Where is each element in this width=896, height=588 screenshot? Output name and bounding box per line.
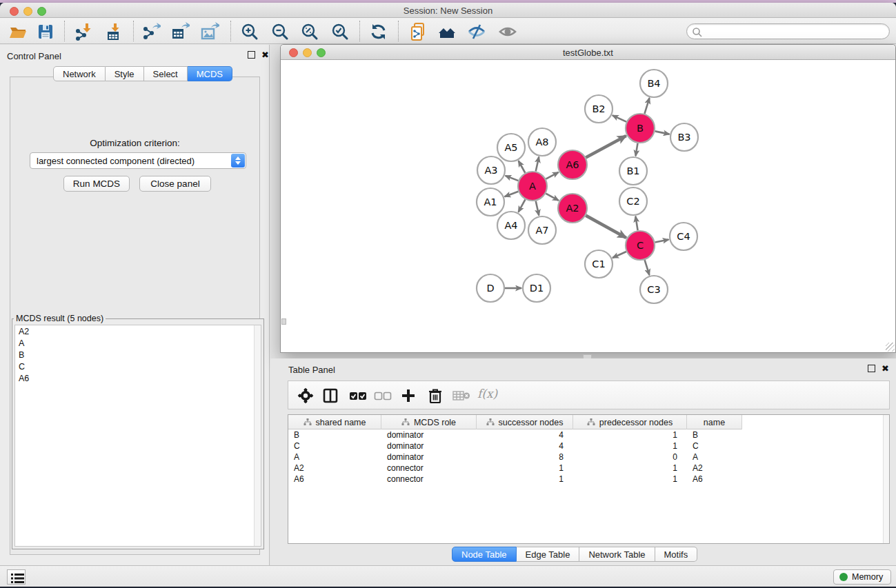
node-D1[interactable]: D1 — [523, 274, 550, 302]
function-builder-icon[interactable]: f(x) — [477, 387, 497, 401]
node-B[interactable]: B — [626, 114, 655, 143]
zoom-fit-icon[interactable] — [300, 22, 319, 41]
node-C3[interactable]: C3 — [640, 276, 668, 303]
edge-B-B1[interactable] — [636, 143, 638, 156]
edge-A2-C[interactable] — [586, 216, 626, 238]
column-header-successor-nodes[interactable]: successor nodes — [477, 415, 573, 429]
edge-B-B4[interactable] — [644, 98, 649, 114]
table-options-icon[interactable] — [297, 387, 314, 407]
task-history-button[interactable] — [7, 569, 26, 585]
node-B4[interactable]: B4 — [640, 70, 668, 97]
edge-C-C4[interactable] — [655, 239, 669, 242]
show-graphics-details-icon[interactable] — [498, 22, 517, 41]
node-A1[interactable]: A1 — [477, 188, 504, 216]
node-A[interactable]: A — [518, 172, 547, 201]
tab-network[interactable]: Network — [53, 66, 106, 81]
edge-A-A7[interactable] — [536, 201, 539, 215]
edge-B-B2[interactable] — [613, 115, 626, 121]
table-row[interactable]: Adominator80A — [288, 452, 889, 463]
table-row[interactable]: Cdominator41C — [288, 440, 889, 452]
table-row[interactable]: A6connector11A6 — [288, 474, 889, 485]
edge-B-B3[interactable] — [655, 131, 670, 134]
open-session-icon[interactable] — [8, 22, 28, 41]
result-item[interactable]: A6 — [15, 372, 261, 384]
float-table-panel-icon[interactable] — [868, 365, 875, 372]
result-item[interactable]: A2 — [15, 325, 261, 337]
tab-select[interactable]: Select — [144, 66, 188, 81]
table-scrollbar[interactable] — [883, 415, 889, 543]
node-C[interactable]: C — [626, 231, 655, 260]
result-item[interactable]: B — [15, 349, 261, 361]
node-A5[interactable]: A5 — [497, 134, 525, 161]
result-item[interactable]: C — [15, 361, 261, 372]
search-input[interactable] — [686, 23, 890, 39]
column-header-name[interactable]: name — [687, 415, 742, 429]
close-panel-button[interactable]: Close panel — [139, 176, 211, 192]
tab-motifs[interactable]: Motifs — [655, 547, 698, 562]
tab-network-table[interactable]: Network Table — [579, 547, 655, 562]
memory-button[interactable]: Memory — [833, 569, 891, 585]
tab-style[interactable]: Style — [106, 66, 144, 81]
table-row[interactable]: A2connector11A2 — [288, 463, 889, 474]
zoom-selected-icon[interactable] — [330, 22, 350, 41]
node-C4[interactable]: C4 — [670, 223, 697, 250]
edge-A-A1[interactable] — [505, 192, 519, 196]
canvas-resize-grip[interactable] — [281, 318, 286, 325]
node-A3[interactable]: A3 — [477, 156, 505, 184]
home-icon[interactable] — [437, 22, 457, 41]
show-columns-icon[interactable] — [322, 387, 339, 407]
table-row[interactable]: Bdominator41B — [288, 429, 889, 440]
edge-A-A2[interactable] — [546, 194, 559, 201]
edge-C-C2[interactable] — [635, 216, 637, 231]
node-A8[interactable]: A8 — [528, 128, 556, 156]
add-column-icon[interactable] — [400, 387, 417, 407]
import-table-icon[interactable] — [105, 22, 124, 41]
delete-columns-icon[interactable] — [427, 387, 444, 407]
column-header-MCDS-role[interactable]: MCDS role — [381, 415, 477, 429]
edge-A-A3[interactable] — [506, 176, 519, 181]
node-A7[interactable]: A7 — [528, 216, 556, 244]
refresh-styles-icon[interactable] — [369, 22, 388, 41]
float-panel-icon[interactable] — [248, 51, 255, 59]
tab-edge-table[interactable]: Edge Table — [517, 547, 580, 562]
column-header-predecessor-nodes[interactable]: predecessor nodes — [573, 415, 687, 429]
result-item[interactable]: A — [15, 337, 261, 349]
result-scrollbar[interactable] — [254, 325, 261, 546]
hide-graphics-details-icon[interactable] — [467, 22, 486, 41]
import-network-icon[interactable] — [74, 22, 93, 41]
edge-A-A4[interactable] — [519, 199, 526, 212]
edge-C-C3[interactable] — [645, 260, 650, 275]
window-resize-grip[interactable] — [886, 343, 895, 352]
edge-A6-B[interactable] — [586, 136, 626, 158]
node-A6[interactable]: A6 — [558, 150, 587, 179]
node-C1[interactable]: C1 — [585, 250, 613, 278]
column-header-shared-name[interactable]: shared name — [288, 415, 381, 429]
zoom-in-icon[interactable] — [240, 22, 259, 41]
node-B2[interactable]: B2 — [585, 95, 613, 123]
delete-table-icon[interactable] — [452, 390, 470, 404]
node-A4[interactable]: A4 — [497, 212, 525, 239]
save-session-icon[interactable] — [36, 22, 55, 41]
network-canvas[interactable]: A5A8A3A1A4A7AA6A2BB2B4B3B1C2CC4C1C3DD1 — [281, 60, 895, 352]
close-panel-icon[interactable]: ✖ — [261, 51, 269, 59]
tab-mcds[interactable]: MCDS — [188, 66, 232, 81]
node-C2[interactable]: C2 — [619, 187, 647, 215]
run-mcds-button[interactable]: Run MCDS — [63, 176, 130, 192]
edge-A-A6[interactable] — [546, 172, 558, 179]
node-B1[interactable]: B1 — [619, 157, 647, 185]
export-table-icon[interactable] — [170, 22, 190, 41]
node-B3[interactable]: B3 — [670, 123, 698, 151]
export-image-icon[interactable] — [200, 22, 219, 41]
unselect-all-columns-icon[interactable] — [374, 391, 392, 403]
edge-A-A5[interactable] — [519, 161, 526, 173]
select-all-columns-icon[interactable] — [349, 391, 367, 403]
edge-A-A8[interactable] — [536, 156, 539, 171]
close-table-panel-icon[interactable]: ✖ — [882, 365, 889, 372]
node-D[interactable]: D — [477, 274, 504, 302]
edge-C-C1[interactable] — [613, 252, 626, 258]
zoom-out-icon[interactable] — [270, 22, 290, 41]
node-A2[interactable]: A2 — [558, 194, 587, 223]
duplicate-network-icon[interactable] — [409, 22, 428, 41]
tab-node-table[interactable]: Node Table — [452, 547, 517, 562]
export-network-icon[interactable] — [141, 22, 161, 41]
